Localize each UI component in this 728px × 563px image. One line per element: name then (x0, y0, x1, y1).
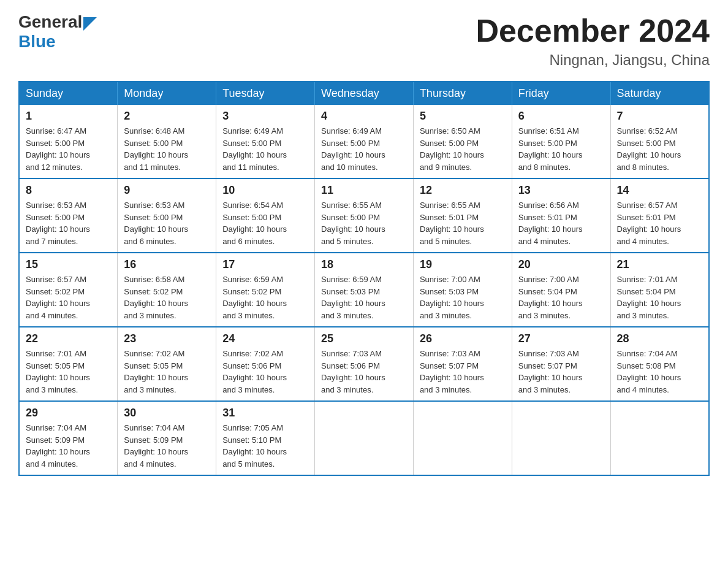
day-info: Sunrise: 6:54 AMSunset: 5:00 PMDaylight:… (222, 199, 308, 247)
calendar-cell: 18 Sunrise: 6:59 AMSunset: 5:03 PMDaylig… (315, 253, 414, 327)
day-number: 23 (124, 332, 210, 345)
day-info: Sunrise: 6:58 AMSunset: 5:02 PMDaylight:… (124, 274, 210, 321)
day-info: Sunrise: 7:03 AMSunset: 5:07 PMDaylight:… (518, 348, 604, 396)
day-info: Sunrise: 6:47 AMSunset: 5:00 PMDaylight:… (26, 125, 111, 173)
weekday-header-monday: Monday (118, 82, 216, 105)
day-number: 12 (420, 184, 506, 197)
calendar-cell: 7 Sunrise: 6:52 AMSunset: 5:00 PMDayligh… (610, 105, 709, 178)
calendar-cell: 4 Sunrise: 6:49 AMSunset: 5:00 PMDayligh… (315, 105, 414, 178)
calendar-cell: 16 Sunrise: 6:58 AMSunset: 5:02 PMDaylig… (118, 253, 216, 327)
svg-marker-0 (83, 17, 97, 31)
day-info: Sunrise: 6:50 AMSunset: 5:00 PMDaylight:… (420, 125, 506, 173)
logo: General Blue (18, 12, 97, 52)
day-info: Sunrise: 6:53 AMSunset: 5:00 PMDaylight:… (26, 199, 111, 247)
day-info: Sunrise: 7:00 AMSunset: 5:04 PMDaylight:… (518, 274, 604, 321)
day-info: Sunrise: 7:04 AMSunset: 5:09 PMDaylight:… (124, 422, 210, 470)
day-info: Sunrise: 6:56 AMSunset: 5:01 PMDaylight:… (518, 199, 604, 247)
day-number: 31 (222, 407, 308, 419)
day-info: Sunrise: 7:02 AMSunset: 5:06 PMDaylight:… (222, 348, 308, 396)
day-number: 25 (321, 332, 407, 345)
day-number: 11 (321, 184, 407, 197)
day-number: 18 (321, 258, 407, 271)
calendar-cell: 14 Sunrise: 6:57 AMSunset: 5:01 PMDaylig… (610, 178, 709, 253)
calendar-cell: 27 Sunrise: 7:03 AMSunset: 5:07 PMDaylig… (512, 327, 610, 401)
calendar-week-2: 8 Sunrise: 6:53 AMSunset: 5:00 PMDayligh… (19, 178, 709, 253)
day-info: Sunrise: 6:51 AMSunset: 5:00 PMDaylight:… (518, 125, 604, 173)
day-number: 10 (222, 184, 308, 197)
day-number: 6 (518, 110, 604, 123)
calendar-cell: 9 Sunrise: 6:53 AMSunset: 5:00 PMDayligh… (118, 178, 216, 253)
calendar-cell: 26 Sunrise: 7:03 AMSunset: 5:07 PMDaylig… (413, 327, 512, 401)
day-number: 14 (617, 184, 702, 197)
weekday-header-saturday: Saturday (610, 82, 709, 105)
day-info: Sunrise: 6:55 AMSunset: 5:00 PMDaylight:… (321, 199, 407, 247)
calendar-cell: 3 Sunrise: 6:49 AMSunset: 5:00 PMDayligh… (216, 105, 315, 178)
calendar-week-1: 1 Sunrise: 6:47 AMSunset: 5:00 PMDayligh… (19, 105, 709, 178)
calendar-week-3: 15 Sunrise: 6:57 AMSunset: 5:02 PMDaylig… (19, 253, 709, 327)
day-info: Sunrise: 6:57 AMSunset: 5:02 PMDaylight:… (26, 274, 111, 321)
calendar-cell (315, 401, 414, 475)
logo-triangle-icon (83, 17, 97, 31)
calendar-title: December 2024 (476, 12, 710, 49)
day-info: Sunrise: 6:57 AMSunset: 5:01 PMDaylight:… (617, 199, 702, 247)
calendar-cell (512, 401, 610, 475)
day-number: 30 (124, 407, 210, 419)
day-number: 27 (518, 332, 604, 345)
day-number: 9 (124, 184, 210, 197)
day-number: 13 (518, 184, 604, 197)
calendar-cell: 17 Sunrise: 6:59 AMSunset: 5:02 PMDaylig… (216, 253, 315, 327)
day-info: Sunrise: 6:53 AMSunset: 5:00 PMDaylight:… (124, 199, 210, 247)
calendar-cell: 22 Sunrise: 7:01 AMSunset: 5:05 PMDaylig… (19, 327, 118, 401)
day-info: Sunrise: 7:00 AMSunset: 5:03 PMDaylight:… (420, 274, 506, 321)
day-number: 20 (518, 258, 604, 271)
calendar-cell: 20 Sunrise: 7:00 AMSunset: 5:04 PMDaylig… (512, 253, 610, 327)
title-section: December 2024 Ningnan, Jiangsu, China (476, 12, 710, 69)
page-header: General Blue December 2024 Ningnan, Jian… (18, 12, 710, 69)
weekday-header-tuesday: Tuesday (216, 82, 315, 105)
day-info: Sunrise: 7:04 AMSunset: 5:08 PMDaylight:… (617, 348, 702, 396)
calendar-cell: 1 Sunrise: 6:47 AMSunset: 5:00 PMDayligh… (19, 105, 118, 178)
day-number: 8 (26, 184, 111, 197)
day-info: Sunrise: 6:52 AMSunset: 5:00 PMDaylight:… (617, 125, 702, 173)
calendar-cell: 12 Sunrise: 6:55 AMSunset: 5:01 PMDaylig… (413, 178, 512, 253)
day-info: Sunrise: 7:04 AMSunset: 5:09 PMDaylight:… (26, 422, 111, 470)
day-info: Sunrise: 7:03 AMSunset: 5:07 PMDaylight:… (420, 348, 506, 396)
day-info: Sunrise: 7:01 AMSunset: 5:04 PMDaylight:… (617, 274, 702, 321)
logo-general-text: General (18, 12, 82, 32)
calendar-cell: 28 Sunrise: 7:04 AMSunset: 5:08 PMDaylig… (610, 327, 709, 401)
calendar-table: SundayMondayTuesdayWednesdayThursdayFrid… (18, 81, 710, 476)
calendar-cell: 5 Sunrise: 6:50 AMSunset: 5:00 PMDayligh… (413, 105, 512, 178)
day-info: Sunrise: 6:55 AMSunset: 5:01 PMDaylight:… (420, 199, 506, 247)
day-info: Sunrise: 7:05 AMSunset: 5:10 PMDaylight:… (222, 422, 308, 470)
calendar-cell: 8 Sunrise: 6:53 AMSunset: 5:00 PMDayligh… (19, 178, 118, 253)
calendar-cell: 13 Sunrise: 6:56 AMSunset: 5:01 PMDaylig… (512, 178, 610, 253)
day-number: 1 (26, 110, 111, 123)
day-info: Sunrise: 6:49 AMSunset: 5:00 PMDaylight:… (222, 125, 308, 173)
day-number: 5 (420, 110, 506, 123)
day-number: 19 (420, 258, 506, 271)
calendar-cell: 25 Sunrise: 7:03 AMSunset: 5:06 PMDaylig… (315, 327, 414, 401)
day-number: 16 (124, 258, 210, 271)
day-number: 22 (26, 332, 111, 345)
calendar-cell: 19 Sunrise: 7:00 AMSunset: 5:03 PMDaylig… (413, 253, 512, 327)
logo-blue-text: Blue (18, 32, 56, 52)
weekday-header-friday: Friday (512, 82, 610, 105)
day-number: 15 (26, 258, 111, 271)
calendar-cell: 2 Sunrise: 6:48 AMSunset: 5:00 PMDayligh… (118, 105, 216, 178)
calendar-cell: 30 Sunrise: 7:04 AMSunset: 5:09 PMDaylig… (118, 401, 216, 475)
calendar-week-5: 29 Sunrise: 7:04 AMSunset: 5:09 PMDaylig… (19, 401, 709, 475)
calendar-cell (610, 401, 709, 475)
calendar-cell: 31 Sunrise: 7:05 AMSunset: 5:10 PMDaylig… (216, 401, 315, 475)
day-number: 2 (124, 110, 210, 123)
day-info: Sunrise: 6:59 AMSunset: 5:02 PMDaylight:… (222, 274, 308, 321)
day-info: Sunrise: 7:01 AMSunset: 5:05 PMDaylight:… (26, 348, 111, 396)
calendar-subtitle: Ningnan, Jiangsu, China (476, 52, 710, 69)
calendar-week-4: 22 Sunrise: 7:01 AMSunset: 5:05 PMDaylig… (19, 327, 709, 401)
day-number: 7 (617, 110, 702, 123)
calendar-cell: 21 Sunrise: 7:01 AMSunset: 5:04 PMDaylig… (610, 253, 709, 327)
day-info: Sunrise: 6:49 AMSunset: 5:00 PMDaylight:… (321, 125, 407, 173)
day-number: 21 (617, 258, 702, 271)
calendar-cell: 15 Sunrise: 6:57 AMSunset: 5:02 PMDaylig… (19, 253, 118, 327)
calendar-cell: 10 Sunrise: 6:54 AMSunset: 5:00 PMDaylig… (216, 178, 315, 253)
weekday-header-thursday: Thursday (413, 82, 512, 105)
